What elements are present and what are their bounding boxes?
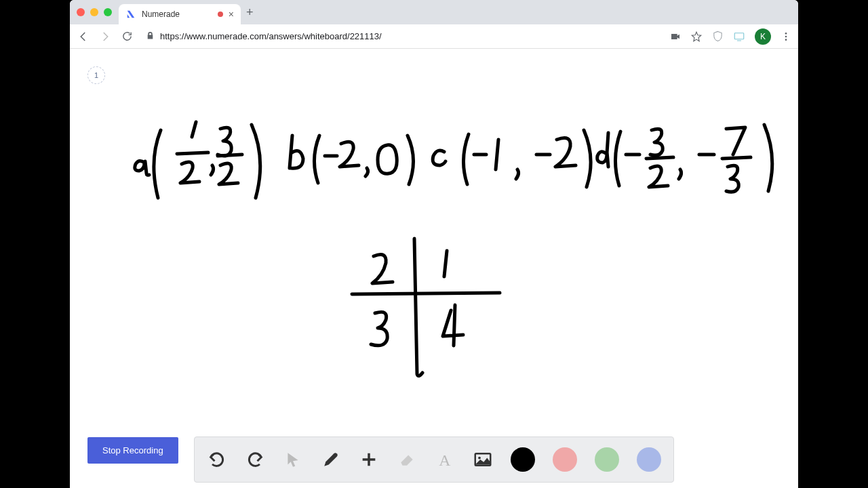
color-blue-button[interactable] xyxy=(637,447,661,472)
avatar-letter: K xyxy=(760,32,766,41)
handwriting-layer xyxy=(70,49,798,488)
color-green-button[interactable] xyxy=(595,447,619,472)
page-number-badge[interactable]: 1 xyxy=(87,66,105,84)
image-tool-button[interactable] xyxy=(473,449,493,470)
favicon-icon xyxy=(125,9,136,20)
color-black-button[interactable] xyxy=(511,447,535,472)
close-tab-button[interactable]: × xyxy=(229,9,234,20)
forward-button[interactable] xyxy=(98,30,112,43)
minimize-window-button[interactable] xyxy=(90,8,98,16)
close-window-button[interactable] xyxy=(77,8,85,16)
svg-point-2 xyxy=(785,35,787,37)
pen-tool-button[interactable] xyxy=(321,449,341,470)
camera-icon[interactable] xyxy=(670,31,681,42)
pointer-tool-button[interactable] xyxy=(283,449,303,470)
lock-icon xyxy=(146,31,155,42)
bookmark-star-icon[interactable] xyxy=(690,30,703,43)
stop-recording-button[interactable]: Stop Recording xyxy=(87,437,178,464)
redo-button[interactable] xyxy=(245,449,265,470)
svg-point-3 xyxy=(785,39,787,41)
tab-title: Numerade xyxy=(142,9,212,19)
whiteboard-canvas[interactable]: 1 xyxy=(70,49,798,488)
svg-rect-0 xyxy=(734,33,744,39)
eraser-tool-button[interactable] xyxy=(397,449,417,470)
undo-button[interactable] xyxy=(207,449,227,470)
url-text: https://www.numerade.com/answers/whitebo… xyxy=(160,31,382,41)
svg-text:A: A xyxy=(439,451,451,468)
browser-tab[interactable]: Numerade × xyxy=(119,4,241,24)
svg-point-1 xyxy=(785,33,787,35)
add-tool-button[interactable] xyxy=(359,449,379,470)
new-tab-button[interactable]: + xyxy=(246,5,254,20)
profile-avatar[interactable]: K xyxy=(755,28,771,45)
back-button[interactable] xyxy=(77,30,90,43)
menu-icon[interactable] xyxy=(781,31,791,42)
reload-button[interactable] xyxy=(120,30,134,43)
cast-icon[interactable] xyxy=(733,30,745,43)
whiteboard-toolbar: A xyxy=(194,436,674,483)
address-bar: https://www.numerade.com/answers/whitebo… xyxy=(70,24,798,49)
browser-right-icons: K xyxy=(670,28,791,45)
browser-window: Numerade × + https://www.numerade.com/an… xyxy=(70,0,798,488)
maximize-window-button[interactable] xyxy=(104,8,112,16)
svg-point-6 xyxy=(478,457,481,460)
text-tool-button[interactable]: A xyxy=(435,449,455,470)
title-bar: Numerade × + xyxy=(70,0,798,24)
recording-indicator-icon xyxy=(218,12,223,17)
url-bar[interactable]: https://www.numerade.com/answers/whitebo… xyxy=(142,31,662,42)
window-controls xyxy=(77,8,112,16)
color-red-button[interactable] xyxy=(553,447,577,472)
shield-icon[interactable] xyxy=(712,30,724,42)
